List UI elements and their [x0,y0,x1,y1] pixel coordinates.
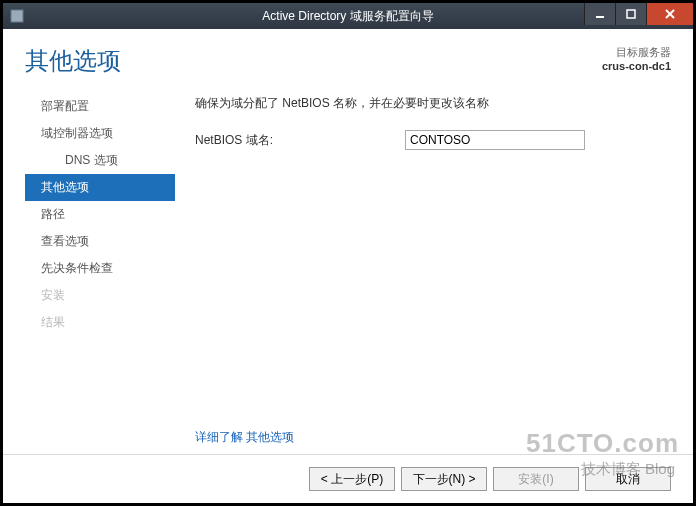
wizard-steps-sidebar: 部署配置 域控制器选项 DNS 选项 其他选项 路径 查看选项 先决条件检查 安… [25,93,175,454]
window-body: 其他选项 目标服务器 crus-con-dc1 部署配置 域控制器选项 DNS … [3,29,693,503]
step-deployment-config[interactable]: 部署配置 [25,93,175,120]
target-server-label: 目标服务器 [602,45,671,60]
step-install: 安装 [25,282,175,309]
maximize-button[interactable] [615,3,646,25]
prev-button[interactable]: < 上一步(P) [309,467,395,491]
step-dns-options[interactable]: DNS 选项 [25,147,175,174]
titlebar: Active Directory 域服务配置向导 [3,3,693,29]
step-paths[interactable]: 路径 [25,201,175,228]
minimize-button[interactable] [584,3,615,25]
next-button[interactable]: 下一步(N) > [401,467,487,491]
netbios-input[interactable] [405,130,585,150]
page-title: 其他选项 [25,45,121,77]
target-server-name: crus-con-dc1 [602,60,671,72]
svg-rect-2 [627,10,635,18]
target-server-box: 目标服务器 crus-con-dc1 [602,45,671,72]
cancel-button[interactable]: 取消 [585,467,671,491]
step-review-options[interactable]: 查看选项 [25,228,175,255]
content-area: 部署配置 域控制器选项 DNS 选项 其他选项 路径 查看选项 先决条件检查 安… [3,83,693,454]
netbios-label: NetBIOS 域名: [195,132,405,149]
step-additional-options[interactable]: 其他选项 [25,174,175,201]
wizard-window: Active Directory 域服务配置向导 其他选项 目标服务器 crus… [0,0,696,506]
footer: < 上一步(P) 下一步(N) > 安装(I) 取消 [3,454,693,503]
main-panel: 确保为域分配了 NetBIOS 名称，并在必要时更改该名称 NetBIOS 域名… [175,93,671,454]
install-button: 安装(I) [493,467,579,491]
app-icon [7,9,27,23]
hint-text: 确保为域分配了 NetBIOS 名称，并在必要时更改该名称 [195,95,671,112]
step-dc-options[interactable]: 域控制器选项 [25,120,175,147]
svg-rect-0 [11,10,23,22]
header: 其他选项 目标服务器 crus-con-dc1 [3,29,693,83]
window-controls [584,3,693,25]
close-button[interactable] [646,3,693,25]
learn-more-link[interactable]: 详细了解 其他选项 [195,429,294,446]
step-prereq-check[interactable]: 先决条件检查 [25,255,175,282]
step-results: 结果 [25,309,175,336]
netbios-row: NetBIOS 域名: [195,130,671,150]
